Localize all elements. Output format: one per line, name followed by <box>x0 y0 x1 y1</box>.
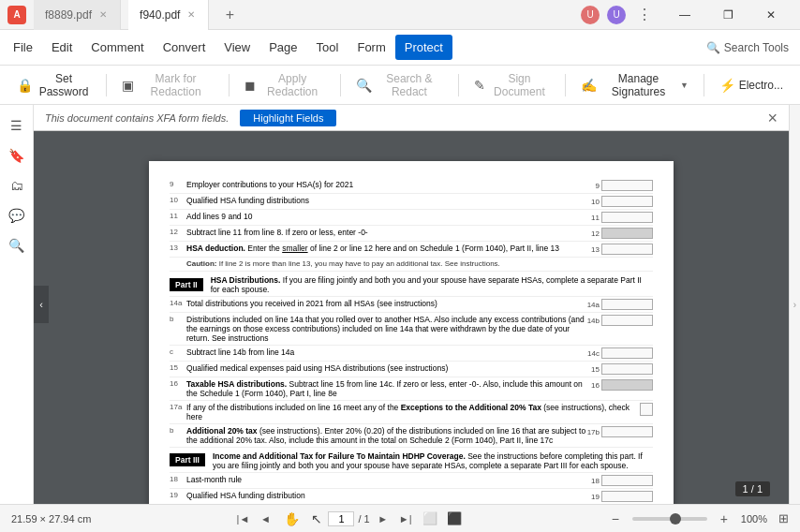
field-14c[interactable] <box>601 347 653 359</box>
status-bar: 21.59 × 27.94 cm |◄ ◄ ✋ ↖ / 1 ► ►| ⬜ ⬛ −… <box>0 504 800 532</box>
sign-document-label: Sign Document <box>489 72 551 98</box>
row-num-label-15: 15 <box>591 365 600 374</box>
checkbox-17a[interactable] <box>640 403 653 416</box>
field-14b[interactable] <box>601 315 653 326</box>
field-11[interactable] <box>601 212 653 223</box>
status-center: |◄ ◄ ✋ ↖ / 1 ► ►| ⬜ ⬛ <box>102 510 595 528</box>
toolbar: 🔒 Set Password ▣ Mark for Redaction ◼ Ap… <box>0 66 800 105</box>
row-num-14b: b <box>170 315 186 323</box>
search-tools-label: Search Tools <box>724 41 789 54</box>
more-options-icon[interactable]: ⋮ <box>630 6 659 23</box>
menu-convert[interactable]: Convert <box>154 35 215 60</box>
panel-layers-icon[interactable]: 🗂 <box>4 172 30 199</box>
sign-icon: ✎ <box>474 78 485 93</box>
row-num-label-11: 11 <box>591 214 600 222</box>
select-tool-icon[interactable]: ↖ <box>311 511 322 526</box>
dimensions-label: 21.59 × 27.94 cm <box>11 513 91 525</box>
panel-search-icon[interactable]: 🔍 <box>4 232 30 259</box>
tab-f8889[interactable]: f8889.pdf ✕ <box>34 0 121 30</box>
right-panel-toggle[interactable]: › <box>789 105 800 504</box>
menu-tool[interactable]: Tool <box>307 35 348 60</box>
first-page-button[interactable]: |◄ <box>233 510 252 528</box>
field-17b[interactable] <box>601 426 653 437</box>
field-13[interactable] <box>601 244 653 255</box>
menu-protect[interactable]: Protect <box>395 35 452 60</box>
pdf-page: 9 Employer contributions to your HSA(s) … <box>149 161 674 504</box>
page-indicator: 1 / 1 <box>735 481 770 496</box>
hand-tool-icon[interactable]: ✋ <box>284 511 300 526</box>
apply-redaction-label: Apply Redaction <box>259 72 325 98</box>
apply-redaction-button[interactable]: ◼ Apply Redaction <box>235 67 334 103</box>
row-label-16: Taxable HSA distributions. Subtract line… <box>186 379 591 398</box>
row-field-12: 12 <box>591 228 653 239</box>
menu-file[interactable]: File <box>4 35 42 60</box>
part2-badge: Part II <box>170 278 203 291</box>
scroll-left-button[interactable]: ‹ <box>34 286 49 323</box>
row-field-9: 9 <box>596 180 653 191</box>
row-num-label-16: 16 <box>591 381 600 390</box>
tab-f940-label: f940.pdf <box>140 8 180 22</box>
table-row: 12 Subtract line 11 from line 8. If zero… <box>170 226 653 242</box>
page-number-input[interactable] <box>328 511 354 526</box>
tab-f940-close[interactable]: ✕ <box>185 7 197 22</box>
minimize-button[interactable]: — <box>663 0 706 30</box>
row-num-label-17b: 17b <box>587 428 600 436</box>
menu-form[interactable]: Form <box>348 35 394 60</box>
field-16[interactable] <box>601 379 653 391</box>
manage-signatures-button[interactable]: ✍ Manage Signatures ▼ <box>571 67 698 103</box>
search-tools-button[interactable]: 🔍 Search Tools <box>699 37 796 58</box>
row-num-label-14c: 14c <box>587 349 600 358</box>
field-15[interactable] <box>601 363 653 375</box>
xfa-banner-text: This document contains XFA form fields. <box>45 112 229 124</box>
zoom-slider[interactable] <box>632 517 707 521</box>
part2-heading: HSA Distributions. <box>211 275 281 285</box>
search-redact-button[interactable]: 🔍 Search & Redact <box>347 67 452 103</box>
zoom-in-button[interactable]: + <box>715 510 733 528</box>
highlight-fields-button[interactable]: Highlight Fields <box>240 110 336 126</box>
field-10[interactable] <box>601 196 653 207</box>
next-page-button[interactable]: ► <box>374 510 393 528</box>
toolbar-sep-6 <box>704 74 704 96</box>
panel-pages-icon[interactable]: ☰ <box>4 112 30 139</box>
row-field-17b: 17b <box>587 426 653 437</box>
field-12[interactable] <box>601 228 653 239</box>
row-num-11: 11 <box>170 212 186 220</box>
prev-page-button[interactable]: ◄ <box>256 510 274 528</box>
xfa-close-button[interactable]: × <box>767 110 778 126</box>
mark-redaction-button[interactable]: ▣ Mark for Redaction <box>112 67 223 103</box>
row-field-15: 15 <box>591 363 653 375</box>
mark-redaction-label: Mark for Redaction <box>138 72 214 98</box>
lock-icon: 🔒 <box>17 78 33 93</box>
profile-avatar2[interactable]: U <box>607 6 626 24</box>
last-page-button[interactable]: ►| <box>396 510 415 528</box>
fit-options-icon[interactable]: ⊞ <box>778 511 789 525</box>
row-label-15: Qualified medical expenses paid using HS… <box>186 363 591 373</box>
zoom-out-button[interactable]: − <box>606 510 625 528</box>
sign-document-button[interactable]: ✎ Sign Document <box>465 67 560 103</box>
fit-width-icon[interactable]: ⬜ <box>422 511 437 525</box>
set-password-button[interactable]: 🔒 Set Password <box>7 67 100 103</box>
electronic-button[interactable]: ⚡ Electro... <box>710 73 793 97</box>
field-19[interactable] <box>601 491 653 502</box>
fit-page-icon[interactable]: ⬛ <box>447 511 462 525</box>
menu-edit[interactable]: Edit <box>42 35 81 60</box>
menu-comment[interactable]: Comment <box>81 35 153 60</box>
toolbar-sep-3 <box>340 74 341 96</box>
app-icon: A <box>7 6 26 24</box>
new-tab-button[interactable]: + <box>216 2 243 28</box>
field-14a[interactable] <box>601 299 653 310</box>
tab-f940[interactable]: f940.pdf ✕ <box>128 0 209 30</box>
menu-page[interactable]: Page <box>259 35 306 60</box>
zoom-thumb[interactable] <box>670 513 681 525</box>
status-left: 21.59 × 27.94 cm <box>11 513 91 525</box>
profile-avatar[interactable]: U <box>581 6 600 24</box>
panel-bookmark-icon[interactable]: 🔖 <box>4 142 30 169</box>
row-field-14b: 14b <box>587 315 653 326</box>
maximize-button[interactable]: ❐ <box>706 0 749 30</box>
field-9[interactable] <box>601 180 653 191</box>
tab-f8889-close[interactable]: ✕ <box>97 7 109 22</box>
field-18[interactable] <box>601 475 653 486</box>
panel-comments-icon[interactable]: 💬 <box>4 202 30 229</box>
close-button[interactable]: ✕ <box>749 0 793 30</box>
menu-view[interactable]: View <box>215 35 259 60</box>
